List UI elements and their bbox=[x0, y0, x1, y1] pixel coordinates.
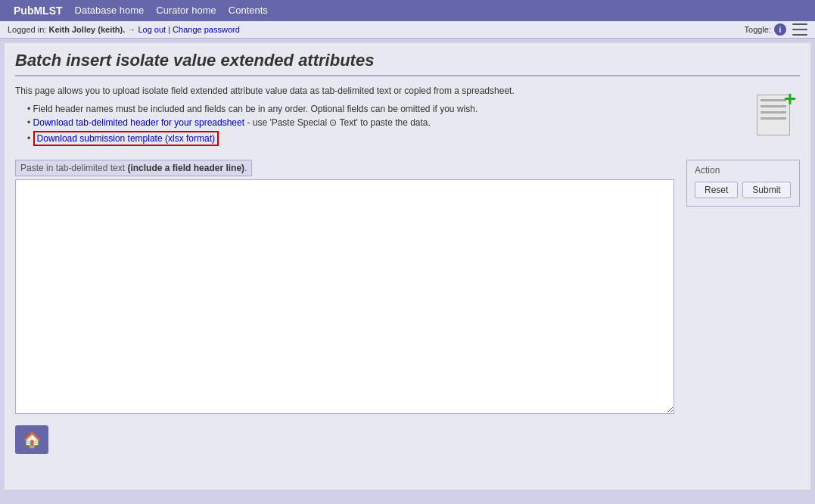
hamburger-icon[interactable] bbox=[792, 23, 807, 36]
paste-label-prefix: Paste in tab-delimited text bbox=[20, 163, 127, 173]
description-text: This page allows you to upload isolate f… bbox=[15, 86, 735, 96]
bullet-2-suffix: - use 'Paste Special ⊙ Text' to paste th… bbox=[244, 117, 431, 128]
reset-button[interactable]: Reset bbox=[695, 182, 738, 198]
paste-label-suffix: . bbox=[244, 163, 247, 173]
toggle-label: Toggle: bbox=[745, 25, 771, 34]
submit-button[interactable]: Submit bbox=[742, 182, 790, 198]
info-icon[interactable]: i bbox=[774, 23, 786, 36]
pubmlst-brand[interactable]: PubMLST bbox=[8, 0, 69, 21]
bullet-item-3: • Download submission template (xlsx for… bbox=[27, 131, 735, 146]
description-area: This page allows you to upload isolate f… bbox=[15, 86, 800, 149]
action-box: Action Reset Submit bbox=[686, 160, 800, 207]
icon-area: + bbox=[747, 86, 800, 149]
main-content: Batch insert isolate value extended attr… bbox=[5, 43, 810, 490]
logout-link[interactable]: Log out bbox=[138, 25, 166, 34]
login-info: Logged in: Keith Jolley (keith). → Log o… bbox=[8, 25, 240, 34]
paste-label-bold: (include a field header line) bbox=[127, 163, 244, 173]
paste-section: Paste in tab-delimited text (include a f… bbox=[15, 160, 674, 416]
action-buttons: Reset Submit bbox=[695, 182, 792, 198]
top-navigation: PubMLST Database home Curator home Conte… bbox=[0, 0, 815, 21]
download-xlsx-link[interactable]: Download submission template (xlsx forma… bbox=[37, 133, 215, 144]
paste-textarea[interactable] bbox=[15, 179, 674, 414]
description-left: This page allows you to upload isolate f… bbox=[15, 86, 735, 149]
login-bar: Logged in: Keith Jolley (keith). → Log o… bbox=[0, 21, 815, 39]
bottom-bar: 🏠 bbox=[15, 425, 800, 454]
download-tab-delimited-link[interactable]: Download tab-delimited header for your s… bbox=[33, 117, 245, 128]
nav-curator-home[interactable]: Curator home bbox=[150, 0, 222, 21]
page-title: Batch insert isolate value extended attr… bbox=[15, 51, 800, 76]
nav-contents[interactable]: Contents bbox=[222, 0, 274, 21]
batch-upload-icon: + bbox=[751, 89, 796, 137]
bullet-item-1: • Field header names must be included an… bbox=[27, 104, 735, 114]
bullet-item-2: • Download tab-delimited header for your… bbox=[27, 117, 735, 128]
paste-label: Paste in tab-delimited text (include a f… bbox=[15, 160, 252, 176]
plus-icon: + bbox=[784, 89, 796, 110]
arrow-icon: → bbox=[127, 25, 135, 34]
toggle-area: Toggle: i bbox=[745, 23, 807, 36]
bullet-1-text: Field header names must be included and … bbox=[33, 104, 478, 114]
highlighted-item: Download submission template (xlsx forma… bbox=[33, 131, 219, 146]
form-area: Paste in tab-delimited text (include a f… bbox=[15, 160, 800, 416]
logged-in-prefix: Logged in: bbox=[8, 25, 48, 34]
username: Keith Jolley (keith). bbox=[48, 25, 125, 34]
action-title: Action bbox=[695, 165, 792, 176]
action-section: Action Reset Submit bbox=[686, 160, 800, 207]
nav-database-home[interactable]: Database home bbox=[69, 0, 151, 21]
change-password-link[interactable]: Change password bbox=[173, 25, 240, 34]
home-button[interactable]: 🏠 bbox=[15, 425, 48, 454]
